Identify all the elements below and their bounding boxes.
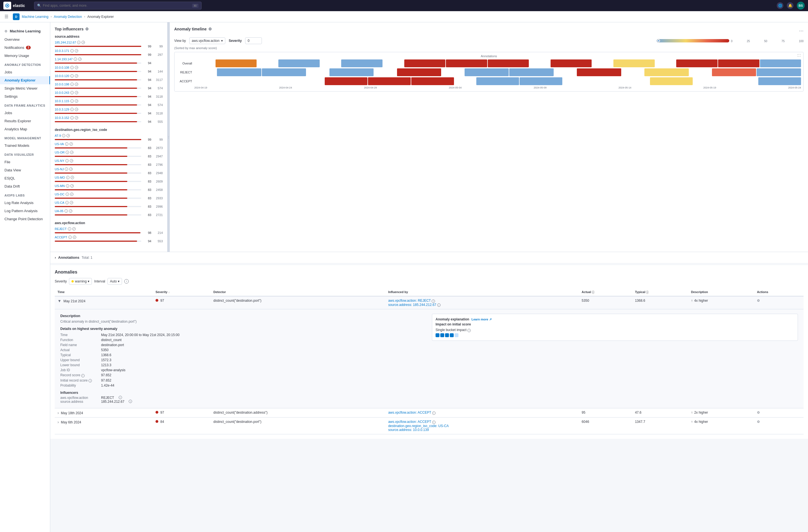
row3-settings-icon[interactable]: ⚙ [757, 420, 760, 424]
search-input[interactable] [43, 4, 192, 7]
row1-inf-1[interactable]: aws.vpcflow.action: REJECT [388, 299, 431, 302]
sidebar-item-memory[interactable]: Memory Usage [0, 52, 50, 60]
sidebar-item-single-metric[interactable]: Single Metric Viewer [0, 84, 50, 92]
info-icon-0-8[interactable]: i [70, 108, 74, 111]
row1-chevron[interactable]: ▼ [57, 299, 61, 303]
info-icon-1-6[interactable]: i [66, 184, 69, 187]
link-icon-0-1[interactable]: ↗ [75, 49, 78, 53]
info-icon-1-9[interactable]: i [65, 209, 68, 213]
info-icon-1-2[interactable]: i [66, 151, 69, 154]
sidebar-item-esql[interactable]: ES|QL [0, 174, 50, 182]
info-icon-2-0[interactable]: i [68, 227, 71, 231]
row1-inf-2[interactable]: source.address: 185.244.212.67 [388, 303, 436, 307]
sidebar-item-overview[interactable]: Overview [0, 35, 50, 43]
link-icon-0-5[interactable]: ↗ [75, 82, 78, 86]
sidebar-item-anomaly-explorer[interactable]: Anomaly Explorer [0, 76, 50, 84]
severity-filter-select[interactable]: warning ▾ [69, 278, 92, 285]
info-icon-1-1[interactable]: i [65, 142, 68, 146]
link-icon-1-2[interactable]: ↗ [70, 151, 73, 154]
impact-info-icon[interactable]: i [467, 329, 471, 332]
sidebar-item-file[interactable]: File [0, 158, 50, 166]
link-icon-1-7[interactable]: ↗ [70, 192, 73, 196]
row1-inf-2-info[interactable]: i [437, 304, 441, 307]
row1-inf-1-info[interactable]: i [431, 299, 435, 303]
info-icon-1-0[interactable]: i [62, 134, 65, 137]
link-icon-2-0[interactable]: ↗ [72, 227, 76, 231]
exp-inf-1-link-icon[interactable]: i [119, 396, 122, 399]
sidebar-item-jobs-dfa[interactable]: Jobs [0, 109, 50, 117]
link-icon-1-4[interactable]: ↗ [69, 167, 73, 171]
link-icon-1-9[interactable]: ↗ [69, 209, 72, 213]
row2-inf-1[interactable]: aws.vpcflow.action: ACCEPT [388, 410, 431, 415]
record-score-info-icon[interactable]: i [81, 374, 85, 378]
breadcrumb-ml[interactable]: Machine Learning [22, 15, 48, 19]
link-icon-1-0[interactable]: ↗ [67, 134, 70, 137]
sidebar-item-data-view[interactable]: Data View [0, 166, 50, 174]
link-icon-1-6[interactable]: ↗ [70, 184, 74, 187]
info-icon-0-0[interactable]: i [77, 41, 80, 44]
influencers-settings-icon[interactable]: ⚙ [85, 27, 89, 31]
link-icon-1-8[interactable]: ↗ [70, 201, 73, 204]
info-icon-0-6[interactable]: i [70, 91, 74, 94]
row1-settings-icon[interactable]: ⚙ [757, 299, 760, 302]
row3-inf-2[interactable]: destination.geo.region_iso_code: US-CA [388, 424, 449, 428]
row3-inf-1[interactable]: aws.vpcflow.action: ACCEPT [388, 420, 431, 424]
link-icon-0-2[interactable]: ↗ [78, 57, 81, 61]
row2-chevron[interactable]: › [57, 410, 59, 415]
link-icon-0-4[interactable]: ↗ [75, 74, 78, 78]
view-by-select[interactable]: aws.vpcflow.action ▾ [189, 37, 225, 44]
sidebar-item-analytics-map[interactable]: Analytics Map [0, 125, 50, 133]
row2-settings-icon[interactable]: ⚙ [757, 410, 760, 415]
info-icon-0-2[interactable]: i [74, 57, 77, 61]
sidebar-item-notifications[interactable]: Notifications 3 [0, 43, 50, 52]
timeline-settings-icon[interactable]: ⚙ [208, 27, 212, 31]
row2-inf-1-info[interactable]: i [432, 411, 436, 415]
actual-info-icon[interactable]: i [592, 291, 594, 294]
info-icon-0-1[interactable]: i [70, 49, 74, 53]
link-icon-0-0[interactable]: ↗ [81, 41, 85, 44]
sidebar-item-log-rate[interactable]: Log Rate Analysis [0, 199, 50, 207]
interval-info-icon[interactable]: i [124, 279, 129, 283]
link-icon-0-8[interactable]: ↗ [75, 108, 78, 111]
bell-icon[interactable]: 🔔 [787, 2, 793, 9]
info-icon-0-7[interactable]: i [70, 99, 74, 103]
link-icon-1-5[interactable]: ↗ [71, 176, 74, 179]
globe-icon[interactable]: 🌐 [777, 2, 784, 9]
info-icon-0-5[interactable]: i [70, 82, 74, 86]
link-icon-0-6[interactable]: ↗ [75, 91, 78, 94]
hamburger-icon[interactable]: ☰ [4, 14, 8, 19]
chart-expand-icon[interactable]: ⛶ [798, 54, 801, 57]
row3-inf-1-info[interactable]: i [432, 421, 436, 424]
breadcrumb-ad[interactable]: Anomaly Detection [54, 15, 82, 19]
link-icon-1-1[interactable]: ↗ [70, 142, 73, 146]
interval-filter-select[interactable]: Auto ▾ [108, 278, 122, 285]
info-icon-1-7[interactable]: i [66, 192, 69, 196]
severity-input[interactable] [245, 37, 262, 44]
info-icon-1-5[interactable]: i [66, 176, 70, 179]
info-icon-1-3[interactable]: i [65, 159, 69, 162]
info-icon-1-8[interactable]: i [65, 201, 69, 204]
link-icon-0-3[interactable]: ↗ [75, 66, 78, 69]
link-icon-0-9[interactable]: ↗ [75, 116, 78, 120]
sidebar-item-change-point[interactable]: Change Point Detection [0, 215, 50, 223]
info-icon-0-4[interactable]: i [70, 74, 74, 78]
typical-info-icon[interactable]: i [646, 291, 648, 294]
info-icon-0-3[interactable]: i [70, 66, 74, 69]
exp-inf-2-link-icon[interactable]: i [129, 400, 132, 403]
ae-learn-more-link[interactable]: Learn more ↗ [472, 318, 492, 321]
info-icon-0-9[interactable]: i [70, 116, 74, 120]
row3-chevron[interactable]: › [57, 420, 59, 424]
timeline-more-icon[interactable]: ⋯ [799, 28, 804, 34]
th-severity[interactable]: Severity ↓ [153, 288, 210, 296]
link-icon-2-1[interactable]: ↗ [73, 236, 76, 239]
sidebar-item-jobs-ad[interactable]: Jobs [0, 68, 50, 76]
link-icon-0-7[interactable]: ↗ [75, 99, 78, 103]
info-icon-1-4[interactable]: i [65, 167, 68, 171]
user-avatar[interactable]: BS [797, 2, 805, 10]
sidebar-item-settings-ad[interactable]: Settings [0, 92, 50, 100]
sidebar-item-data-drift[interactable]: Data Drift [0, 182, 50, 190]
annotations-title-row[interactable]: › Annotations Total: 1 [55, 255, 804, 260]
row3-inf-3[interactable]: source.address: 10.0.0.139 [388, 428, 428, 432]
sidebar-item-log-pattern[interactable]: Log Pattern Analysis [0, 207, 50, 215]
search-bar[interactable]: 🔍 ⌘/ [34, 2, 202, 10]
